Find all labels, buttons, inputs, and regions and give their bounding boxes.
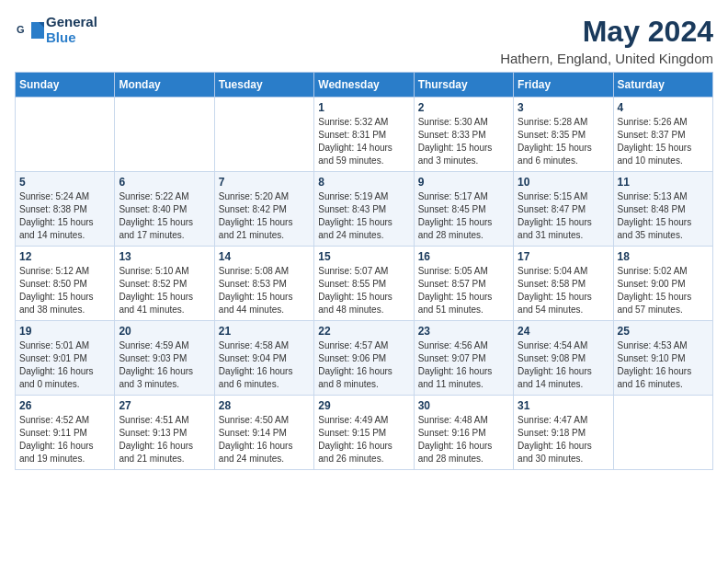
calendar-cell: 25Sunrise: 4:53 AM Sunset: 9:10 PM Dayli… bbox=[613, 321, 712, 396]
calendar-cell: 11Sunrise: 5:13 AM Sunset: 8:48 PM Dayli… bbox=[613, 172, 712, 247]
calendar-cell: 12Sunrise: 5:12 AM Sunset: 8:50 PM Dayli… bbox=[16, 247, 115, 321]
day-number: 7 bbox=[219, 176, 310, 189]
calendar-week-5: 26Sunrise: 4:52 AM Sunset: 9:11 PM Dayli… bbox=[16, 396, 713, 470]
day-detail: Sunrise: 4:47 AM Sunset: 9:18 PM Dayligh… bbox=[518, 414, 609, 465]
calendar-header-wednesday: Wednesday bbox=[314, 73, 414, 98]
day-number: 11 bbox=[618, 176, 709, 189]
day-number: 17 bbox=[518, 250, 609, 263]
day-number: 4 bbox=[618, 101, 709, 114]
day-detail: Sunrise: 4:54 AM Sunset: 9:08 PM Dayligh… bbox=[518, 339, 609, 391]
calendar-cell: 10Sunrise: 5:15 AM Sunset: 8:47 PM Dayli… bbox=[514, 172, 613, 247]
day-number: 31 bbox=[518, 399, 609, 412]
page-header: G General Blue May 2024 Hathern, England… bbox=[15, 15, 713, 66]
day-number: 1 bbox=[318, 101, 409, 114]
day-number: 15 bbox=[318, 250, 409, 263]
day-number: 3 bbox=[518, 101, 609, 114]
calendar-header-monday: Monday bbox=[115, 73, 214, 98]
calendar-cell: 31Sunrise: 4:47 AM Sunset: 9:18 PM Dayli… bbox=[514, 396, 613, 470]
day-number: 18 bbox=[618, 250, 709, 263]
calendar-cell: 6Sunrise: 5:22 AM Sunset: 8:40 PM Daylig… bbox=[115, 172, 214, 247]
day-number: 30 bbox=[418, 399, 509, 412]
day-detail: Sunrise: 5:01 AM Sunset: 9:01 PM Dayligh… bbox=[19, 339, 110, 391]
calendar-cell bbox=[115, 98, 214, 172]
calendar-cell bbox=[214, 98, 313, 172]
day-detail: Sunrise: 4:53 AM Sunset: 9:10 PM Dayligh… bbox=[618, 339, 709, 391]
calendar-cell: 7Sunrise: 5:20 AM Sunset: 8:42 PM Daylig… bbox=[214, 172, 313, 247]
calendar-cell: 15Sunrise: 5:07 AM Sunset: 8:55 PM Dayli… bbox=[314, 247, 414, 321]
calendar-cell: 20Sunrise: 4:59 AM Sunset: 9:03 PM Dayli… bbox=[115, 321, 214, 396]
calendar-cell: 4Sunrise: 5:26 AM Sunset: 8:37 PM Daylig… bbox=[613, 98, 712, 172]
day-detail: Sunrise: 5:07 AM Sunset: 8:55 PM Dayligh… bbox=[318, 265, 409, 316]
day-detail: Sunrise: 5:05 AM Sunset: 8:57 PM Dayligh… bbox=[418, 265, 509, 316]
day-detail: Sunrise: 5:19 AM Sunset: 8:43 PM Dayligh… bbox=[318, 190, 409, 242]
calendar-cell: 2Sunrise: 5:30 AM Sunset: 8:33 PM Daylig… bbox=[414, 98, 513, 172]
day-detail: Sunrise: 5:24 AM Sunset: 8:38 PM Dayligh… bbox=[19, 190, 110, 242]
calendar-header-tuesday: Tuesday bbox=[214, 73, 313, 98]
day-number: 14 bbox=[219, 250, 310, 263]
calendar-cell: 19Sunrise: 5:01 AM Sunset: 9:01 PM Dayli… bbox=[16, 321, 115, 396]
day-number: 10 bbox=[518, 176, 609, 189]
day-number: 8 bbox=[318, 176, 409, 189]
calendar-cell: 21Sunrise: 4:58 AM Sunset: 9:04 PM Dayli… bbox=[214, 321, 313, 396]
calendar-cell: 9Sunrise: 5:17 AM Sunset: 8:45 PM Daylig… bbox=[414, 172, 513, 247]
day-number: 28 bbox=[219, 399, 310, 412]
title-block: May 2024 Hathern, England, United Kingdo… bbox=[500, 15, 713, 66]
calendar-header-saturday: Saturday bbox=[613, 73, 712, 98]
day-number: 29 bbox=[318, 399, 409, 412]
day-number: 21 bbox=[219, 325, 310, 338]
day-detail: Sunrise: 5:15 AM Sunset: 8:47 PM Dayligh… bbox=[518, 190, 609, 242]
calendar-cell: 18Sunrise: 5:02 AM Sunset: 9:00 PM Dayli… bbox=[613, 247, 712, 321]
calendar-cell: 23Sunrise: 4:56 AM Sunset: 9:07 PM Dayli… bbox=[414, 321, 513, 396]
calendar-cell: 22Sunrise: 4:57 AM Sunset: 9:06 PM Dayli… bbox=[314, 321, 414, 396]
calendar-cell: 28Sunrise: 4:50 AM Sunset: 9:14 PM Dayli… bbox=[214, 396, 313, 470]
day-number: 23 bbox=[418, 325, 509, 338]
calendar-cell: 13Sunrise: 5:10 AM Sunset: 8:52 PM Dayli… bbox=[115, 247, 214, 321]
calendar-header-sunday: Sunday bbox=[16, 73, 115, 98]
day-number: 9 bbox=[418, 176, 509, 189]
day-number: 13 bbox=[119, 250, 210, 263]
calendar-cell: 29Sunrise: 4:49 AM Sunset: 9:15 PM Dayli… bbox=[314, 396, 414, 470]
day-number: 25 bbox=[618, 325, 709, 338]
day-detail: Sunrise: 5:22 AM Sunset: 8:40 PM Dayligh… bbox=[119, 190, 210, 242]
day-detail: Sunrise: 5:28 AM Sunset: 8:35 PM Dayligh… bbox=[518, 116, 609, 167]
day-detail: Sunrise: 4:48 AM Sunset: 9:16 PM Dayligh… bbox=[418, 414, 509, 465]
day-detail: Sunrise: 5:26 AM Sunset: 8:37 PM Dayligh… bbox=[618, 116, 709, 167]
day-detail: Sunrise: 5:13 AM Sunset: 8:48 PM Dayligh… bbox=[618, 190, 709, 242]
day-detail: Sunrise: 5:30 AM Sunset: 8:33 PM Dayligh… bbox=[418, 116, 509, 167]
location-subtitle: Hathern, England, United Kingdom bbox=[500, 51, 713, 66]
calendar-cell: 16Sunrise: 5:05 AM Sunset: 8:57 PM Dayli… bbox=[414, 247, 513, 321]
day-detail: Sunrise: 5:10 AM Sunset: 8:52 PM Dayligh… bbox=[119, 265, 210, 316]
day-detail: Sunrise: 5:32 AM Sunset: 8:31 PM Dayligh… bbox=[318, 116, 409, 167]
day-number: 27 bbox=[119, 399, 210, 412]
day-detail: Sunrise: 5:04 AM Sunset: 8:58 PM Dayligh… bbox=[518, 265, 609, 316]
day-detail: Sunrise: 5:02 AM Sunset: 9:00 PM Dayligh… bbox=[618, 265, 709, 316]
calendar-cell: 3Sunrise: 5:28 AM Sunset: 8:35 PM Daylig… bbox=[514, 98, 613, 172]
calendar-table: SundayMondayTuesdayWednesdayThursdayFrid… bbox=[15, 72, 713, 470]
calendar-header-thursday: Thursday bbox=[414, 73, 513, 98]
svg-text:G: G bbox=[17, 24, 25, 35]
calendar-week-1: 1Sunrise: 5:32 AM Sunset: 8:31 PM Daylig… bbox=[16, 98, 713, 172]
day-number: 22 bbox=[318, 325, 409, 338]
day-detail: Sunrise: 4:51 AM Sunset: 9:13 PM Dayligh… bbox=[119, 414, 210, 465]
calendar-cell: 17Sunrise: 5:04 AM Sunset: 8:58 PM Dayli… bbox=[514, 247, 613, 321]
calendar-cell: 24Sunrise: 4:54 AM Sunset: 9:08 PM Dayli… bbox=[514, 321, 613, 396]
day-detail: Sunrise: 5:17 AM Sunset: 8:45 PM Dayligh… bbox=[418, 190, 509, 242]
calendar-header-row: SundayMondayTuesdayWednesdayThursdayFrid… bbox=[16, 73, 713, 98]
day-detail: Sunrise: 4:50 AM Sunset: 9:14 PM Dayligh… bbox=[219, 414, 310, 465]
day-detail: Sunrise: 4:49 AM Sunset: 9:15 PM Dayligh… bbox=[318, 414, 409, 465]
logo-blue: Blue bbox=[46, 30, 97, 46]
day-detail: Sunrise: 4:57 AM Sunset: 9:06 PM Dayligh… bbox=[318, 339, 409, 391]
day-number: 16 bbox=[418, 250, 509, 263]
day-number: 5 bbox=[19, 176, 110, 189]
calendar-header-friday: Friday bbox=[514, 73, 613, 98]
calendar-week-4: 19Sunrise: 5:01 AM Sunset: 9:01 PM Dayli… bbox=[16, 321, 713, 396]
day-number: 12 bbox=[19, 250, 110, 263]
calendar-cell: 30Sunrise: 4:48 AM Sunset: 9:16 PM Dayli… bbox=[414, 396, 513, 470]
calendar-week-2: 5Sunrise: 5:24 AM Sunset: 8:38 PM Daylig… bbox=[16, 172, 713, 247]
calendar-cell: 14Sunrise: 5:08 AM Sunset: 8:53 PM Dayli… bbox=[214, 247, 313, 321]
calendar-cell bbox=[613, 396, 712, 470]
day-number: 20 bbox=[119, 325, 210, 338]
day-number: 19 bbox=[19, 325, 110, 338]
calendar-cell: 27Sunrise: 4:51 AM Sunset: 9:13 PM Dayli… bbox=[115, 396, 214, 470]
logo-general: General bbox=[46, 15, 97, 30]
